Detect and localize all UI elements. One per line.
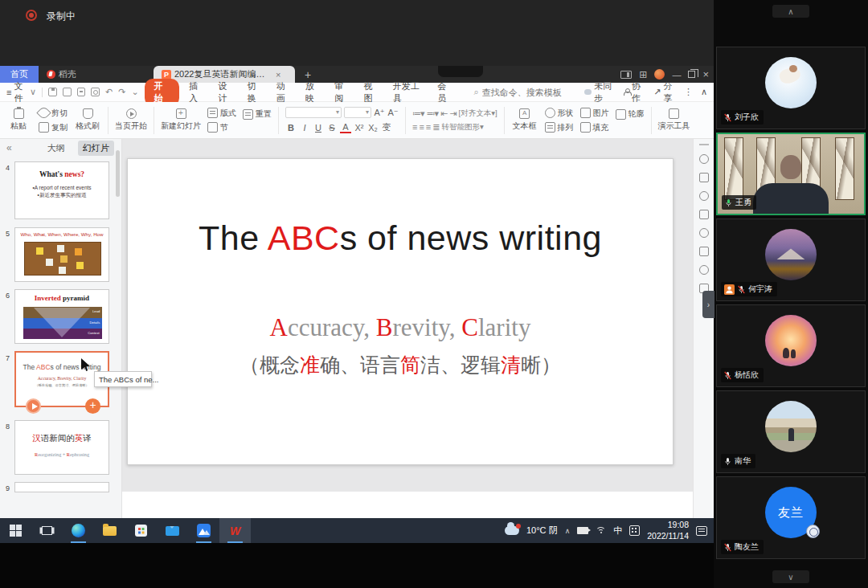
animation-preview-button[interactable] — [26, 398, 41, 414]
export-icon[interactable] — [63, 88, 72, 96]
effects-icon[interactable] — [699, 191, 709, 201]
bold-button[interactable]: B — [285, 123, 297, 133]
layout-button[interactable]: 版式 — [207, 108, 236, 119]
shape-button[interactable]: 形状 — [545, 108, 574, 119]
help-icon[interactable] — [699, 228, 709, 238]
justify-button[interactable]: ≣ — [432, 122, 439, 133]
collapse-ribbon-icon[interactable]: ∧ — [701, 87, 707, 97]
slide-thumbnail-4[interactable]: 4 What's news? •A report of recent event… — [14, 161, 109, 219]
copy-button[interactable]: 复制 — [39, 122, 68, 133]
outline-button[interactable]: 轮廓 — [616, 108, 645, 120]
undo-icon[interactable]: ↶ — [105, 87, 113, 97]
play-from-current-button[interactable]: 当页开始 — [115, 104, 147, 137]
redo-icon[interactable]: ↷ — [118, 87, 125, 97]
properties-icon[interactable] — [699, 173, 709, 182]
new-slide-button[interactable]: 新建幻灯片 — [161, 104, 201, 137]
sync-status[interactable]: 未同步 — [584, 80, 616, 104]
start-button[interactable] — [0, 518, 31, 543]
print-icon[interactable] — [77, 88, 86, 96]
number-list-button[interactable]: ≕▾ — [427, 108, 439, 119]
projector-icon[interactable] — [577, 527, 588, 534]
slide-thumbnail-6[interactable]: 6 Inverted pyramid Lead Details Context — [14, 289, 109, 344]
text-effect-button[interactable]: 变 — [381, 121, 392, 133]
task-view-button[interactable] — [31, 518, 63, 543]
save-icon[interactable] — [48, 88, 57, 96]
slide-canvas[interactable]: The ABCs of news writing Accuracy, Brevi… — [127, 158, 674, 465]
close-button[interactable]: × — [702, 68, 709, 80]
more-commands-icon[interactable]: ⌄ — [131, 87, 138, 97]
strikethrough-button[interactable]: S — [326, 123, 338, 133]
weather-cloud-icon[interactable] — [505, 526, 519, 535]
tab-slides[interactable]: 幻灯片 — [78, 141, 114, 156]
section-button[interactable]: 节 — [207, 122, 236, 133]
italic-button[interactable]: I — [299, 123, 310, 133]
collapse-panel-icon[interactable]: « — [6, 142, 12, 153]
ime-indicator[interactable]: 中 — [613, 525, 622, 537]
subscript-button[interactable]: X₂ — [367, 123, 379, 133]
tab-store[interactable]: 稻壳 — [39, 66, 84, 83]
print-preview-icon[interactable] — [91, 88, 100, 96]
textbox-button[interactable]: 文本框 — [511, 104, 538, 137]
font-increase-button[interactable]: A⁺ — [374, 108, 385, 118]
layers-icon[interactable] — [699, 210, 709, 219]
participant-tile-1[interactable]: 刘子欣 — [716, 47, 866, 129]
quick-add-slide-button[interactable]: + — [85, 398, 100, 414]
participant-tile-4[interactable]: 杨恬欣 — [716, 304, 866, 387]
resource-icon[interactable] — [699, 247, 709, 256]
target-icon[interactable] — [699, 265, 709, 275]
participant-tile-6[interactable]: 友兰 陶友兰 — [716, 476, 866, 559]
underline-button[interactable]: U — [313, 123, 324, 133]
edge-button[interactable] — [63, 518, 94, 543]
store-button[interactable] — [125, 518, 157, 543]
bullet-list-button[interactable]: ≔▾ — [412, 108, 424, 119]
align-center-button[interactable]: ≡ — [419, 122, 423, 132]
workspace-grid-icon[interactable]: ⊞ — [639, 69, 647, 80]
meeting-app-button[interactable] — [188, 518, 219, 543]
participant-tile-2-speaking[interactable]: 王勇 — [716, 133, 866, 215]
font-color-button[interactable]: A — [340, 122, 351, 133]
clock[interactable]: 19:08 2022/11/14 — [647, 520, 689, 541]
superscript-button[interactable]: X² — [354, 123, 365, 133]
font-decrease-button[interactable]: A⁻ — [387, 108, 399, 118]
thumbnail-scrollbar[interactable] — [116, 150, 120, 197]
tray-expand-icon[interactable]: ∧ — [565, 527, 571, 535]
picture-button[interactable]: 图片 — [580, 108, 609, 119]
minimize-button[interactable]: — — [672, 70, 681, 80]
wifi-icon[interactable] — [596, 527, 606, 534]
rail-handle[interactable] — [699, 144, 709, 145]
paste-button[interactable]: 粘贴 — [5, 104, 32, 137]
font-size-select[interactable] — [344, 107, 371, 118]
scroll-down-button[interactable]: ∨ — [772, 570, 809, 583]
indent-increase-button[interactable]: ⇥ — [449, 108, 456, 119]
notification-center-icon[interactable] — [696, 526, 707, 536]
scroll-up-button[interactable]: ∧ — [772, 5, 809, 18]
align-right-button[interactable]: ≡ — [426, 122, 430, 132]
align-text-button[interactable]: [对齐文本▾] — [459, 108, 497, 119]
participant-tile-3[interactable]: 何宇涛 — [716, 218, 866, 301]
share-button[interactable]: ↗ 分享 — [653, 80, 676, 104]
file-explorer-button[interactable] — [94, 518, 125, 543]
arrange-button[interactable]: 排列 — [545, 122, 574, 133]
slide-thumbnail-5[interactable]: 5 Who, What, When, Where, Why, How — [14, 227, 109, 282]
align-left-button[interactable]: ≡ — [412, 122, 416, 132]
cut-button[interactable]: 剪切 — [39, 108, 68, 119]
search-input[interactable] — [482, 88, 579, 97]
tab-outline[interactable]: 大纲 — [43, 141, 70, 156]
presentation-tools-button[interactable]: 演示工具 — [658, 104, 690, 137]
account-avatar[interactable] — [654, 69, 665, 80]
reset-button[interactable]: 重置 — [243, 108, 272, 120]
indent-decrease-button[interactable]: ⇤ — [440, 108, 447, 119]
touch-keyboard-icon[interactable] — [629, 525, 640, 536]
panel-expander-flap[interactable]: › — [702, 291, 714, 318]
restore-button[interactable] — [688, 71, 695, 78]
menu-file[interactable]: ≡ 文件 ∨ — [6, 80, 36, 104]
participant-tile-5[interactable]: 南华 — [716, 390, 866, 473]
font-family-select[interactable] — [285, 107, 342, 118]
slide-thumbnail-9[interactable]: 9 — [14, 482, 109, 492]
mail-button[interactable] — [157, 518, 188, 543]
collaborate-button[interactable]: 协作 — [624, 80, 646, 104]
format-painter-button[interactable]: 格式刷 — [74, 104, 101, 137]
to-smartart-button[interactable]: 转智能图形▾ — [441, 122, 483, 133]
layout-switch-icon[interactable] — [620, 71, 632, 79]
wps-app-button[interactable]: W — [219, 518, 251, 543]
